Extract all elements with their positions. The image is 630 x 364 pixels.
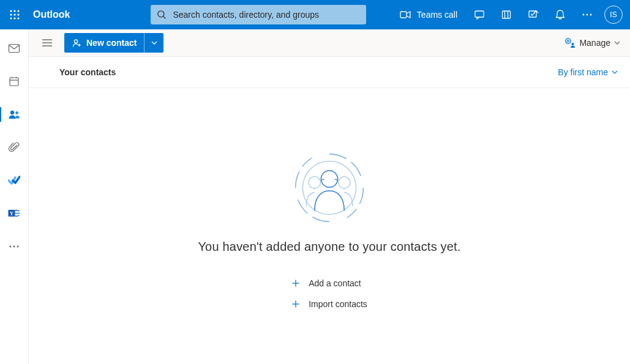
more-icon xyxy=(582,13,592,16)
search-placeholder: Search contacts, directory, and groups xyxy=(173,10,319,20)
svg-point-5 xyxy=(17,13,19,15)
svg-rect-13 xyxy=(503,11,511,18)
gear-person-icon xyxy=(564,37,576,48)
svg-point-9 xyxy=(158,11,164,17)
chevron-down-icon xyxy=(151,41,157,45)
add-contact-label: Add a contact xyxy=(309,278,361,288)
mail-icon xyxy=(8,43,20,53)
svg-point-25 xyxy=(10,111,14,114)
section-title: Your contacts xyxy=(59,67,116,77)
svg-point-8 xyxy=(17,17,19,19)
app-header: Outlook Search contacts, directory, and … xyxy=(0,0,630,29)
sort-button[interactable]: By first name xyxy=(558,67,618,77)
main-area: New contact Manage Your contacts By firs… xyxy=(29,29,630,364)
svg-point-18 xyxy=(587,14,588,16)
svg-point-30 xyxy=(13,246,15,248)
add-contact-icon xyxy=(72,38,81,48)
import-contacts-label: Import contacts xyxy=(309,299,367,309)
app-name[interactable]: Outlook xyxy=(29,9,70,20)
svg-point-0 xyxy=(10,10,12,12)
app-rail: Y xyxy=(0,29,29,364)
svg-rect-11 xyxy=(400,12,407,18)
svg-point-17 xyxy=(583,14,585,16)
svg-point-42 xyxy=(309,177,320,188)
svg-point-44 xyxy=(321,171,337,187)
svg-text:Y: Y xyxy=(10,211,13,217)
chat-icon xyxy=(474,9,485,20)
todo-icon xyxy=(8,176,20,185)
svg-point-38 xyxy=(566,39,571,43)
svg-point-3 xyxy=(10,13,12,15)
svg-point-19 xyxy=(590,14,592,16)
avatar-initials: IS xyxy=(610,10,617,19)
plus-icon xyxy=(291,279,300,288)
hamburger-icon xyxy=(42,39,52,46)
svg-point-41 xyxy=(302,161,356,214)
plus-icon xyxy=(291,300,300,308)
svg-line-10 xyxy=(163,17,166,19)
account-avatar[interactable]: IS xyxy=(604,6,623,24)
new-contact-split-button[interactable] xyxy=(144,33,163,53)
rail-mail[interactable] xyxy=(0,39,29,58)
rail-todo[interactable] xyxy=(0,171,29,190)
svg-point-7 xyxy=(13,17,15,19)
planner-icon xyxy=(501,9,512,20)
bell-icon xyxy=(555,9,565,20)
hamburger-button[interactable] xyxy=(37,33,57,53)
video-icon xyxy=(400,10,411,19)
svg-rect-21 xyxy=(10,78,18,86)
svg-point-2 xyxy=(17,10,19,12)
rail-calendar[interactable] xyxy=(0,72,29,91)
svg-point-43 xyxy=(339,177,350,188)
more-icon xyxy=(9,245,19,248)
rail-yammer[interactable]: Y xyxy=(0,204,29,223)
empty-state: You haven't added anyone to your contact… xyxy=(29,88,630,364)
svg-point-1 xyxy=(13,10,15,12)
more-header-button[interactable] xyxy=(574,0,601,29)
rail-people[interactable] xyxy=(0,105,29,124)
sort-label: By first name xyxy=(558,67,608,77)
svg-point-6 xyxy=(10,17,12,19)
manage-button[interactable]: Manage xyxy=(564,37,620,48)
search-box[interactable]: Search contacts, directory, and groups xyxy=(151,5,366,24)
calendar-icon xyxy=(9,76,20,87)
import-contacts-link[interactable]: Import contacts xyxy=(291,299,367,309)
svg-point-35 xyxy=(74,40,77,43)
waffle-icon xyxy=(10,10,20,20)
search-icon xyxy=(157,10,167,20)
svg-rect-20 xyxy=(9,45,20,53)
chevron-down-icon xyxy=(612,70,618,74)
rail-more[interactable] xyxy=(0,237,29,256)
svg-point-29 xyxy=(10,246,12,248)
new-contact-label: New contact xyxy=(86,38,137,48)
teams-call-label: Teams call xyxy=(417,10,457,20)
lightbulb-icon xyxy=(528,9,539,20)
whatsnew-button[interactable] xyxy=(520,0,547,29)
manage-label: Manage xyxy=(579,38,610,48)
svg-point-26 xyxy=(15,111,18,114)
people-icon xyxy=(7,109,21,120)
svg-point-4 xyxy=(13,13,15,15)
new-contact-button[interactable]: New contact xyxy=(64,33,144,53)
svg-point-31 xyxy=(17,246,19,248)
svg-point-40 xyxy=(572,43,574,45)
notifications-button[interactable] xyxy=(547,0,574,29)
empty-illustration xyxy=(291,149,368,226)
svg-rect-12 xyxy=(475,11,484,17)
chat-button[interactable] xyxy=(466,0,493,29)
chevron-down-icon xyxy=(614,41,620,45)
rail-files[interactable] xyxy=(0,138,29,157)
paperclip-icon xyxy=(9,141,20,154)
add-contact-link[interactable]: Add a contact xyxy=(291,278,367,288)
svg-point-39 xyxy=(568,40,569,42)
section-header: Your contacts By first name xyxy=(29,56,630,88)
app-launcher-button[interactable] xyxy=(0,0,29,29)
planner-button[interactable] xyxy=(493,0,520,29)
teams-call-button[interactable]: Teams call xyxy=(391,0,466,29)
empty-headline: You haven't added anyone to your contact… xyxy=(198,240,460,254)
yammer-icon: Y xyxy=(8,207,20,220)
command-bar: New contact Manage xyxy=(29,29,630,56)
